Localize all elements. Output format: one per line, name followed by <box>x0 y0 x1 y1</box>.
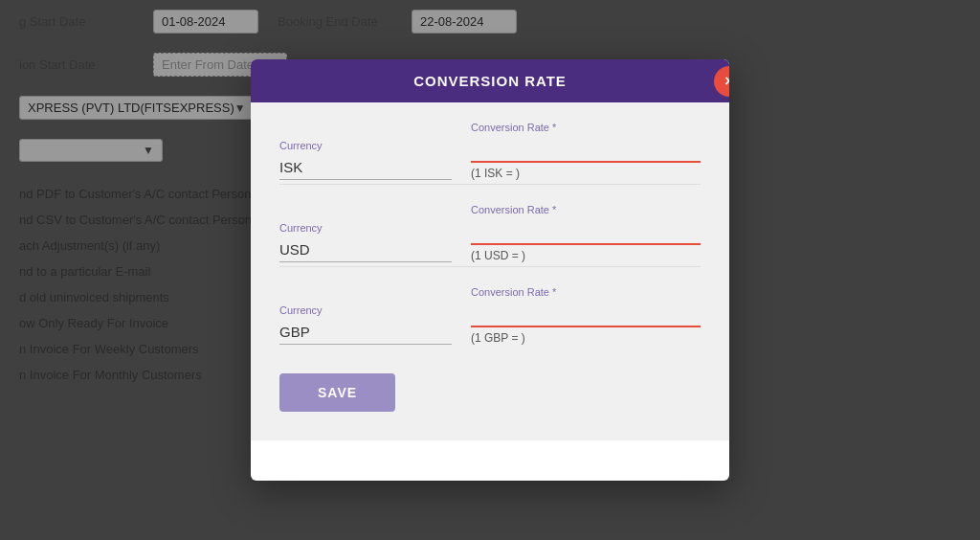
currency-rows-container: Currency Conversion Rate * (1 ISK = ) Cu… <box>279 122 701 345</box>
divider <box>279 184 701 185</box>
conversion-rate-modal: CONVERSION RATE × Currency Conversion Ra… <box>251 59 729 481</box>
conversion-field-0: Conversion Rate * (1 ISK = ) <box>471 122 701 180</box>
conversion-hint-0: (1 ISK = ) <box>471 167 701 180</box>
currency-row-0: Currency Conversion Rate * (1 ISK = ) <box>279 122 701 185</box>
currency-code-input-1[interactable] <box>279 237 452 262</box>
currency-label-2: Currency <box>279 304 452 316</box>
conversion-field-1: Conversion Rate * (1 USD = ) <box>471 204 701 262</box>
currency-row-2: Currency Conversion Rate * (1 GBP = ) <box>279 286 701 345</box>
currency-row-1: Currency Conversion Rate * (1 USD = ) <box>279 204 701 267</box>
modal-title: CONVERSION RATE <box>413 73 567 89</box>
currency-fields-2: Currency Conversion Rate * (1 GBP = ) <box>279 286 701 345</box>
currency-label-0: Currency <box>279 140 452 151</box>
modal-body: Currency Conversion Rate * (1 ISK = ) Cu… <box>251 102 729 440</box>
conversion-rate-label-0: Conversion Rate * <box>471 122 701 133</box>
currency-code-field-2: Currency <box>279 304 452 345</box>
currency-code-input-2[interactable] <box>279 320 452 345</box>
conversion-rate-input-1[interactable] <box>471 219 701 245</box>
conversion-hint-1: (1 USD = ) <box>471 249 701 262</box>
modal-close-button[interactable]: × <box>714 66 729 97</box>
modal-header: CONVERSION RATE × <box>251 59 729 102</box>
currency-fields-0: Currency Conversion Rate * (1 ISK = ) <box>279 122 701 180</box>
conversion-rate-label-2: Conversion Rate * <box>471 286 701 298</box>
conversion-rate-input-0[interactable] <box>471 137 701 163</box>
conversion-rate-input-2[interactable] <box>471 302 701 327</box>
currency-code-field-0: Currency <box>279 140 452 180</box>
currency-code-field-1: Currency <box>279 222 452 262</box>
divider <box>279 266 701 267</box>
currency-label-1: Currency <box>279 222 452 234</box>
save-button[interactable]: SAVE <box>279 373 395 412</box>
conversion-rate-label-1: Conversion Rate * <box>471 204 701 215</box>
conversion-hint-2: (1 GBP = ) <box>471 331 701 345</box>
currency-code-input-0[interactable] <box>279 155 452 180</box>
conversion-field-2: Conversion Rate * (1 GBP = ) <box>471 286 701 345</box>
modal-overlay: CONVERSION RATE × Currency Conversion Ra… <box>0 0 980 540</box>
currency-fields-1: Currency Conversion Rate * (1 USD = ) <box>279 204 701 262</box>
